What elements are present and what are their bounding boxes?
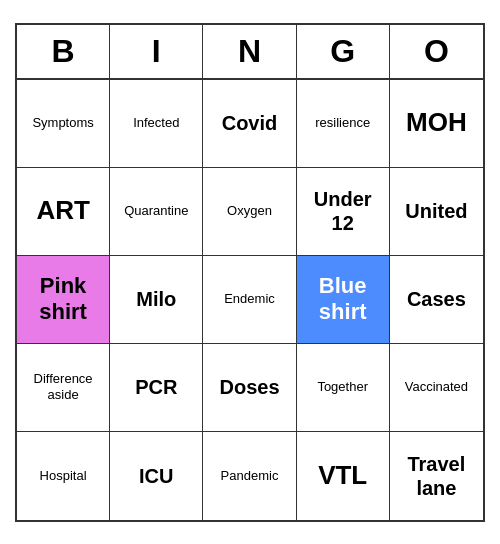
bingo-cell-2: Covid bbox=[203, 80, 296, 168]
bingo-cell-12: Endemic bbox=[203, 256, 296, 344]
bingo-cell-6: Quarantine bbox=[110, 168, 203, 256]
bingo-cell-9: United bbox=[390, 168, 483, 256]
bingo-cell-19: Vaccinated bbox=[390, 344, 483, 432]
bingo-cell-22: Pandemic bbox=[203, 432, 296, 520]
bingo-cell-10: Pink shirt bbox=[17, 256, 110, 344]
header-letter-B: B bbox=[17, 25, 110, 78]
bingo-header: BINGO bbox=[17, 25, 483, 80]
bingo-cell-20: Hospital bbox=[17, 432, 110, 520]
header-letter-N: N bbox=[203, 25, 296, 78]
bingo-cell-21: ICU bbox=[110, 432, 203, 520]
bingo-cell-16: PCR bbox=[110, 344, 203, 432]
bingo-cell-23: VTL bbox=[297, 432, 390, 520]
bingo-cell-14: Cases bbox=[390, 256, 483, 344]
bingo-cell-5: ART bbox=[17, 168, 110, 256]
header-letter-G: G bbox=[297, 25, 390, 78]
bingo-cell-1: Infected bbox=[110, 80, 203, 168]
bingo-cell-24: Travel lane bbox=[390, 432, 483, 520]
bingo-cell-17: Doses bbox=[203, 344, 296, 432]
bingo-cell-0: Symptoms bbox=[17, 80, 110, 168]
bingo-cell-15: Difference aside bbox=[17, 344, 110, 432]
header-letter-O: O bbox=[390, 25, 483, 78]
bingo-cell-11: Milo bbox=[110, 256, 203, 344]
bingo-cell-7: Oxygen bbox=[203, 168, 296, 256]
bingo-cell-3: resilience bbox=[297, 80, 390, 168]
bingo-cell-4: MOH bbox=[390, 80, 483, 168]
bingo-card: BINGO SymptomsInfectedCovidresilienceMOH… bbox=[15, 23, 485, 522]
bingo-cell-13: Blue shirt bbox=[297, 256, 390, 344]
bingo-cell-18: Together bbox=[297, 344, 390, 432]
header-letter-I: I bbox=[110, 25, 203, 78]
bingo-cell-8: Under 12 bbox=[297, 168, 390, 256]
bingo-grid: SymptomsInfectedCovidresilienceMOHARTQua… bbox=[17, 80, 483, 520]
